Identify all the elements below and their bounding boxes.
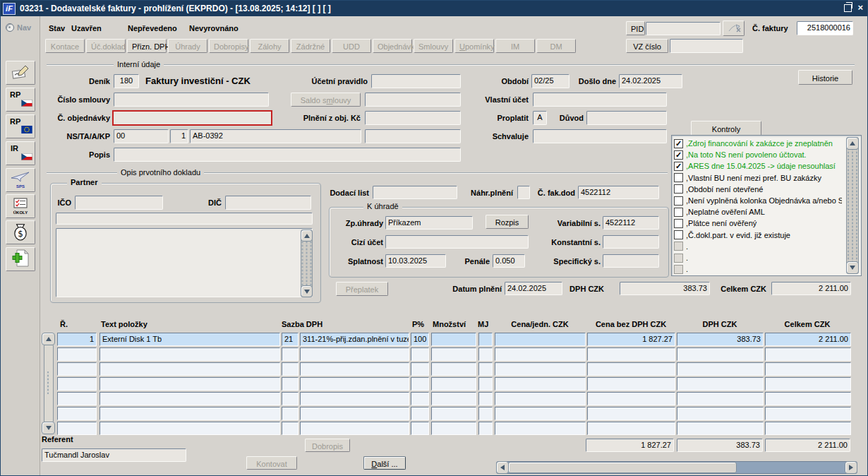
- bottom-scrollbar-thumb[interactable]: [508, 462, 737, 473]
- table-cell-popis[interactable]: [300, 347, 409, 361]
- popis-field[interactable]: [114, 148, 461, 162]
- schvaluje-field[interactable]: [533, 129, 667, 143]
- referent-field[interactable]: Tučmandl Jaroslav: [42, 448, 186, 462]
- table-cell-mj[interactable]: [478, 347, 493, 361]
- celkem-czk-field[interactable]: 2 211.00: [771, 282, 851, 295]
- table-cell-cj[interactable]: [495, 362, 586, 376]
- table-scroll-down-button[interactable]: [42, 422, 55, 434]
- kontroly-button[interactable]: Kontroly: [691, 121, 761, 136]
- table-cell-mn[interactable]: [431, 422, 476, 435]
- checkbox-icon[interactable]: [674, 230, 683, 239]
- table-cell-celkem[interactable]: [765, 362, 851, 376]
- kontroly-scroll-down-button[interactable]: [846, 261, 859, 274]
- splatnost-field[interactable]: 10.03.2025: [385, 254, 446, 268]
- ucetni-pravidlo-field[interactable]: [371, 74, 461, 88]
- cizi-ucet-field[interactable]: [385, 235, 529, 249]
- table-cell-dph[interactable]: 383.73: [677, 333, 764, 346]
- table-cell-cb[interactable]: [587, 377, 675, 391]
- tab-upom-nky[interactable]: Upomínky: [454, 39, 494, 53]
- tab--hrady[interactable]: Úhrady: [168, 39, 207, 53]
- table-cell-cj[interactable]: [495, 347, 586, 361]
- tab-objedn-vky[interactable]: Objednávky: [373, 39, 412, 53]
- table-cell-celkem[interactable]: [765, 392, 851, 405]
- variabilni-s-field[interactable]: 4522112: [603, 216, 659, 230]
- table-cell-popis[interactable]: [300, 377, 409, 391]
- obdobi-field[interactable]: 02/25: [531, 74, 569, 88]
- plneni-z-obj-field[interactable]: [365, 111, 461, 125]
- ns-field-2[interactable]: 1: [170, 129, 188, 143]
- table-cell-mj[interactable]: [478, 333, 493, 346]
- table-cell-cj[interactable]: [495, 333, 586, 346]
- vz-cislo-button[interactable]: VZ číslo: [626, 39, 668, 53]
- preplatek-button[interactable]: Přeplatek: [336, 282, 388, 296]
- partner-name-field[interactable]: [56, 213, 313, 225]
- historie-button[interactable]: Historie: [798, 70, 852, 85]
- table-cell-p[interactable]: [411, 377, 429, 391]
- kontroly-item[interactable]: ✓,Na toto NS není povoleno účtovat.: [674, 149, 842, 160]
- bottom-scroll-right-button[interactable]: [845, 461, 857, 474]
- sidebar-button-ukoly[interactable]: ÚKOLY: [6, 194, 35, 218]
- table-cell-p[interactable]: [411, 347, 429, 361]
- table-cell-r[interactable]: [57, 362, 97, 376]
- table-cell-mn[interactable]: [431, 392, 476, 405]
- table-cell-cb[interactable]: [587, 407, 675, 420]
- table-cell-cb[interactable]: [587, 392, 675, 405]
- tab-p-izn-dph[interactable]: Přizn. DPH: [127, 39, 167, 53]
- table-cell-text[interactable]: [100, 377, 280, 391]
- tab--doklad[interactable]: Úč.doklad: [86, 39, 126, 53]
- table-cell-p[interactable]: [411, 422, 429, 435]
- kontroly-item[interactable]: .: [674, 263, 842, 275]
- ns-field-3[interactable]: AB-0392: [190, 129, 361, 143]
- table-cell-kod[interactable]: [282, 347, 299, 361]
- table-cell-celkem[interactable]: 2 211.00: [765, 333, 851, 346]
- table-cell-mn[interactable]: [431, 407, 476, 420]
- checkbox-icon[interactable]: [674, 265, 683, 274]
- tab-dm[interactable]: DM: [536, 39, 576, 53]
- restore-window-icon[interactable]: [844, 4, 852, 12]
- dic-field[interactable]: [225, 196, 311, 210]
- tab-z-lohy[interactable]: Zálohy: [250, 39, 289, 53]
- table-cell-celkem[interactable]: [765, 377, 851, 391]
- table-cell-r[interactable]: 1: [57, 333, 97, 346]
- table-cell-mn[interactable]: [431, 377, 476, 391]
- saldo-smlouvy-button[interactable]: Saldo smlouvy: [291, 93, 361, 107]
- table-cell-r[interactable]: [57, 422, 97, 435]
- table-cell-cb[interactable]: [587, 422, 675, 435]
- table-cell-popis[interactable]: [300, 392, 409, 405]
- table-cell-kod[interactable]: 21: [282, 333, 299, 346]
- kontroly-item[interactable]: ✓,Zdroj financování k zakázce je zneplat…: [674, 138, 842, 149]
- checkbox-icon[interactable]: [674, 196, 683, 206]
- table-cell-text[interactable]: [100, 362, 280, 376]
- kontroly-item[interactable]: .: [674, 241, 842, 252]
- table-cell-mn[interactable]: [431, 362, 476, 376]
- dalsi-button[interactable]: Další ...: [363, 456, 406, 470]
- kontroly-item[interactable]: ,Období není otevřené: [674, 184, 842, 195]
- table-cell-popis[interactable]: [300, 362, 409, 376]
- checkbox-checked-icon[interactable]: ✓: [674, 150, 683, 160]
- vlastni-ucet-field[interactable]: [533, 93, 667, 107]
- table-cell-mj[interactable]: [478, 377, 493, 391]
- table-cell-text[interactable]: [100, 407, 280, 420]
- kontroly-item[interactable]: ,Vlastní BU není mezi pref. BU zakázky: [674, 172, 842, 184]
- kontroly-item[interactable]: ,Plátce není ověřený: [674, 218, 842, 229]
- table-cell-kod[interactable]: [282, 362, 299, 376]
- dodaci-list-field[interactable]: [373, 186, 457, 199]
- table-cell-text[interactable]: [100, 347, 280, 361]
- table-cell-dph[interactable]: [677, 422, 764, 435]
- tab-udd[interactable]: UDD: [332, 39, 371, 53]
- table-cell-r[interactable]: [57, 377, 97, 391]
- table-cell-mj[interactable]: [478, 362, 493, 376]
- table-cell-p[interactable]: [411, 392, 429, 405]
- denik-field[interactable]: 180: [114, 74, 139, 88]
- table-cell-popis[interactable]: [300, 422, 409, 435]
- close-window-icon[interactable]: ×: [857, 4, 863, 12]
- tab-kontace[interactable]: Kontace: [45, 39, 85, 53]
- table-cell-dph[interactable]: [677, 362, 764, 376]
- table-cell-cb[interactable]: [587, 362, 675, 376]
- table-cell-popis[interactable]: 311-21%-přij.zdan.plnění v tuze: [300, 333, 409, 346]
- tab-smlouvy[interactable]: Smlouvy: [414, 39, 453, 53]
- table-cell-mj[interactable]: [478, 392, 493, 405]
- table-cell-celkem[interactable]: [765, 347, 851, 361]
- table-scroll-grip[interactable]: [44, 371, 52, 394]
- pid-clear-button[interactable]: [723, 20, 745, 36]
